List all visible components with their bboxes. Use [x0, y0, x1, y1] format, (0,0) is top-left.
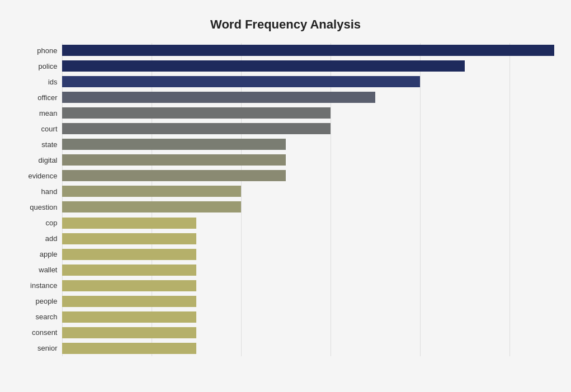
- y-axis: phonepoliceidsofficermeancourtstatedigit…: [17, 43, 62, 356]
- bar: [62, 296, 196, 307]
- chart-title: Word Frequency Analysis: [17, 17, 554, 32]
- bar-row: [62, 106, 554, 120]
- bar: [62, 186, 241, 197]
- bar-row: [62, 216, 554, 230]
- y-axis-label: wallet: [39, 263, 57, 277]
- bar: [62, 45, 554, 56]
- y-axis-label: hand: [41, 185, 58, 199]
- bar-row: [62, 153, 554, 167]
- chart-container: Word Frequency Analysis phonepoliceidsof…: [6, 6, 565, 386]
- y-axis-label: apple: [40, 248, 58, 261]
- y-axis-label: court: [41, 122, 58, 136]
- bar: [62, 249, 196, 260]
- bar: [62, 233, 196, 244]
- bar: [62, 76, 420, 87]
- bar: [62, 170, 286, 181]
- y-axis-label: add: [45, 232, 58, 245]
- y-axis-label: people: [35, 295, 57, 308]
- y-axis-label: phone: [37, 44, 57, 58]
- bar-row: [62, 121, 554, 136]
- y-axis-label: question: [30, 201, 57, 214]
- y-axis-label: officer: [37, 91, 57, 105]
- y-axis-label: state: [41, 138, 57, 152]
- bar-row: [62, 294, 554, 309]
- bar-row: [62, 263, 554, 277]
- y-axis-label: consent: [32, 326, 58, 339]
- bar: [62, 60, 465, 72]
- y-axis-label: instance: [30, 279, 57, 292]
- bar: [62, 265, 196, 276]
- bar-row: [62, 278, 554, 293]
- bar-row: [62, 90, 554, 105]
- bar-row: [62, 74, 554, 89]
- bar-row: [62, 43, 554, 58]
- y-axis-label: search: [35, 310, 57, 324]
- bar: [62, 92, 375, 103]
- y-axis-label: ids: [48, 75, 58, 89]
- bar: [62, 201, 241, 212]
- bar: [62, 107, 331, 119]
- bar: [62, 311, 196, 323]
- bar-row: [62, 232, 554, 246]
- bar: [62, 280, 196, 291]
- bar: [62, 154, 286, 166]
- y-axis-label: senior: [37, 342, 57, 355]
- bar-row: [62, 184, 554, 199]
- bar-row: [62, 168, 554, 183]
- y-axis-label: cop: [46, 216, 58, 230]
- bar-row: [62, 341, 554, 356]
- chart-area: phonepoliceidsofficermeancourtstatedigit…: [17, 43, 554, 356]
- bar-row: [62, 325, 554, 340]
- bars-and-grid: [62, 43, 554, 356]
- y-axis-label: digital: [39, 154, 58, 167]
- bar: [62, 327, 196, 338]
- bars-wrapper: [62, 43, 554, 356]
- bar-row: [62, 137, 554, 152]
- bar: [62, 123, 331, 134]
- y-axis-label: evidence: [28, 169, 57, 183]
- y-axis-label: police: [39, 60, 58, 73]
- bar-row: [62, 200, 554, 214]
- bar: [62, 343, 196, 354]
- bar-row: [62, 247, 554, 262]
- y-axis-label: mean: [39, 107, 58, 120]
- bar-row: [62, 59, 554, 73]
- bar: [62, 139, 286, 150]
- bar: [62, 218, 196, 229]
- bar-row: [62, 310, 554, 324]
